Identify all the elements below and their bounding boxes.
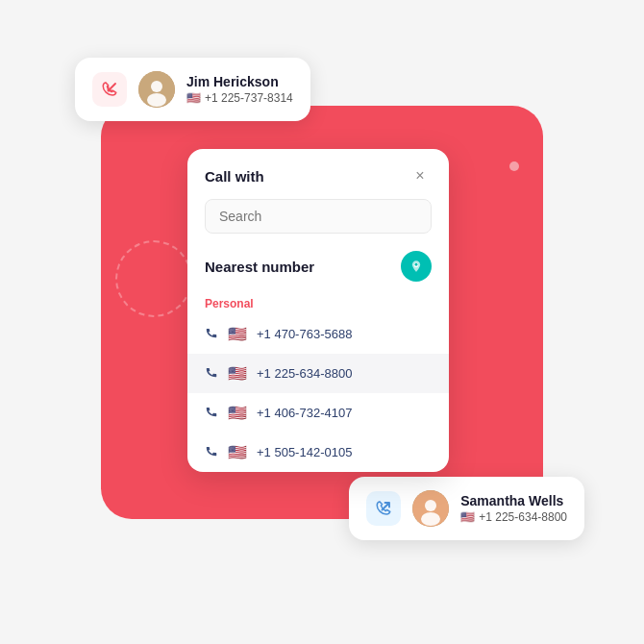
- incoming-caller-avatar: [138, 71, 175, 108]
- modal-close-button[interactable]: ×: [409, 164, 432, 187]
- outgoing-caller-info: Samantha Wells 🇺🇸 +1 225-634-8800: [460, 493, 567, 524]
- outgoing-caller-name: Samantha Wells: [460, 493, 567, 508]
- incoming-caller-number: 🇺🇸 +1 225-737-8314: [186, 91, 293, 105]
- svg-point-7: [421, 512, 440, 526]
- svg-point-6: [425, 500, 436, 511]
- scene: Jim Herickson 🇺🇸 +1 225-737-8314 Call wi…: [0, 0, 644, 644]
- svg-point-1: [151, 81, 162, 92]
- incoming-caller-info: Jim Herickson 🇺🇸 +1 225-737-8314: [186, 74, 293, 105]
- flag-0: 🇺🇸: [228, 325, 247, 343]
- location-button[interactable]: [401, 251, 432, 282]
- phone-item-2[interactable]: 🇺🇸 +1 406-732-4107: [187, 393, 449, 433]
- outgoing-caller-number: 🇺🇸 +1 225-634-8800: [460, 510, 567, 524]
- outgoing-call-icon: [366, 491, 401, 526]
- phone-number-3: +1 505-142-0105: [257, 445, 352, 459]
- phone-number-0: +1 470-763-5688: [257, 327, 352, 341]
- phone-item-0[interactable]: 🇺🇸 +1 470-763-5688: [187, 314, 449, 354]
- decorative-arc: [115, 240, 192, 317]
- us-flag-icon: 🇺🇸: [186, 91, 201, 105]
- personal-section-label: Personal: [187, 291, 449, 314]
- phone-icon-1: [205, 365, 218, 382]
- modal-title: Call with: [205, 168, 264, 185]
- outgoing-call-card: Samantha Wells 🇺🇸 +1 225-634-8800: [349, 477, 584, 540]
- outgoing-caller-avatar: [412, 490, 449, 527]
- modal-header: Call with ×: [187, 149, 449, 199]
- phone-icon-3: [205, 444, 218, 460]
- phone-item-3[interactable]: 🇺🇸 +1 505-142-0105: [187, 433, 449, 472]
- phone-number-2: +1 406-732-4107: [257, 406, 352, 420]
- search-input-wrapper: [205, 199, 432, 234]
- svg-point-4: [415, 263, 418, 266]
- us-flag-outgoing-icon: 🇺🇸: [460, 510, 475, 524]
- nearest-number-label: Nearest number: [205, 259, 314, 275]
- svg-point-2: [147, 93, 166, 107]
- decorative-dot: [509, 161, 519, 171]
- incoming-call-card: Jim Herickson 🇺🇸 +1 225-737-8314: [75, 58, 310, 121]
- phone-item-1[interactable]: 🇺🇸 +1 225-634-8800: [187, 354, 449, 393]
- flag-3: 🇺🇸: [228, 443, 247, 461]
- phone-icon-2: [205, 405, 218, 421]
- phone-icon-0: [205, 326, 218, 342]
- call-with-modal: Call with × Nearest number Personal: [187, 149, 449, 472]
- phone-number-1: +1 225-634-8800: [257, 366, 352, 381]
- flag-1: 🇺🇸: [228, 364, 247, 383]
- incoming-caller-name: Jim Herickson: [186, 74, 293, 89]
- nearest-number-row: Nearest number: [187, 247, 449, 291]
- incoming-call-icon: [92, 72, 127, 107]
- flag-2: 🇺🇸: [228, 404, 247, 422]
- search-input[interactable]: [205, 199, 432, 234]
